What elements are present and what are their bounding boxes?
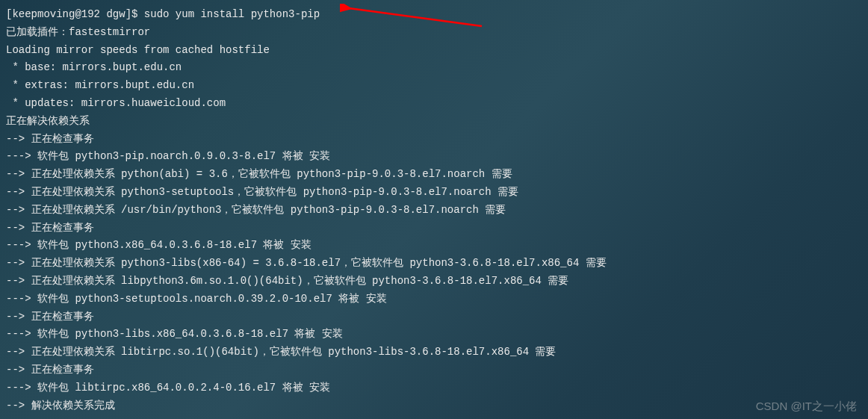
- terminal-output: [keepmoving@192 dgw]$ sudo yum install p…: [6, 6, 862, 415]
- output-line: --> 正在检查事务: [6, 220, 862, 238]
- output-line: ---> 软件包 python3.x86_64.0.3.6.8-18.el7 将…: [6, 237, 862, 255]
- output-line: --> 正在处理依赖关系 python3-setuptools，它被软件包 py…: [6, 184, 862, 202]
- output-line: * updates: mirrors.huaweicloud.com: [6, 95, 862, 113]
- output-line: --> 正在处理依赖关系 python3-libs(x86-64) = 3.6.…: [6, 255, 862, 273]
- output-line: 已加载插件：fastestmirror: [6, 24, 862, 42]
- output-line: --> 正在检查事务: [6, 308, 862, 326]
- watermark-text: CSDN @IT之一小佬: [756, 397, 857, 416]
- output-line: --> 正在检查事务: [6, 361, 862, 379]
- output-line: --> 正在处理依赖关系 python(abi) = 3.6，它被软件包 pyt…: [6, 166, 862, 184]
- output-line: ---> 软件包 libtirpc.x86_64.0.0.2.4-0.16.el…: [6, 379, 862, 397]
- shell-command: sudo yum install python3-pip: [144, 8, 320, 20]
- output-line: 正在解决依赖关系: [6, 113, 862, 131]
- output-line: ---> 软件包 python3-libs.x86_64.0.3.6.8-18.…: [6, 326, 862, 344]
- output-line: --> 正在处理依赖关系 libpython3.6m.so.1.0()(64bi…: [6, 273, 862, 291]
- output-line: Loading mirror speeds from cached hostfi…: [6, 42, 862, 60]
- shell-prompt: [keepmoving@192 dgw]$: [6, 8, 144, 20]
- output-line: --> 正在处理依赖关系 /usr/bin/python3，它被软件包 pyth…: [6, 202, 862, 220]
- output-line: ---> 软件包 python3-setuptools.noarch.0.39.…: [6, 291, 862, 308]
- output-line: * extras: mirrors.bupt.edu.cn: [6, 77, 862, 95]
- output-line: * base: mirrors.bupt.edu.cn: [6, 59, 862, 77]
- output-line: --> 正在处理依赖关系 libtirpc.so.1()(64bit)，它被软件…: [6, 344, 862, 361]
- output-line: ---> 软件包 python3-pip.noarch.0.9.0.3-8.el…: [6, 148, 862, 166]
- output-line: --> 解决依赖关系完成: [6, 397, 862, 415]
- command-line: [keepmoving@192 dgw]$ sudo yum install p…: [6, 6, 862, 24]
- output-line: --> 正在检查事务: [6, 131, 862, 149]
